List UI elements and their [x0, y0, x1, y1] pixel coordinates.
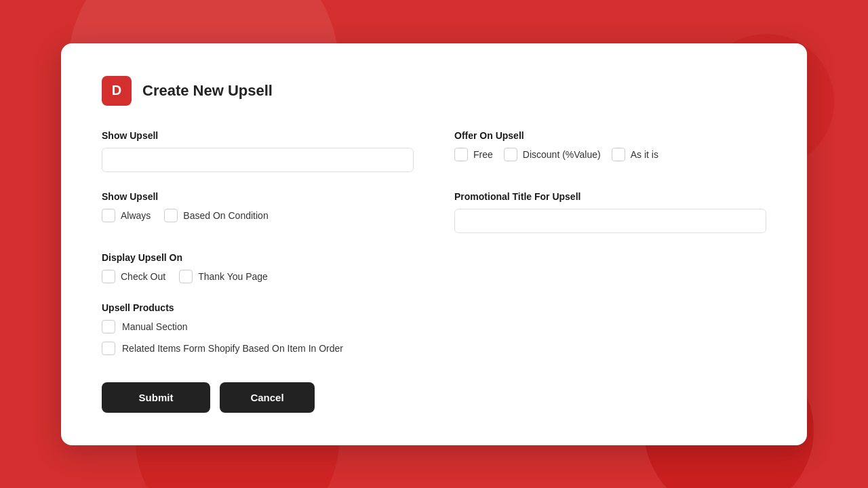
offer-on-upsell-group: Offer On Upsell Free Discount (%Value) A… — [454, 130, 766, 172]
display-thank-you-label: Thank You Page — [198, 271, 268, 282]
upsell-related-option[interactable]: Related Items Form Shopify Based On Item… — [102, 342, 414, 355]
offer-radio-group: Free Discount (%Value) As it is — [454, 148, 766, 161]
display-check-out-checkbox[interactable] — [102, 270, 115, 283]
page-title: Create New Upsell — [142, 82, 273, 100]
logo-letter: D — [112, 83, 121, 98]
promotional-title-group: Promotional Title For Upsell — [454, 191, 766, 233]
show-upsell-condition-checkbox[interactable] — [164, 209, 178, 222]
offer-as-it-is-option[interactable]: As it is — [612, 148, 658, 161]
display-right-spacer — [454, 252, 766, 283]
promotional-title-label: Promotional Title For Upsell — [454, 191, 766, 202]
offer-discount-option[interactable]: Discount (%Value) — [504, 148, 601, 161]
upsell-manual-checkbox[interactable] — [102, 320, 115, 333]
offer-free-label: Free — [473, 149, 493, 160]
display-check-out-label: Check Out — [121, 271, 165, 282]
modal-container: D Create New Upsell Show Upsell Offer On… — [61, 43, 807, 445]
show-upsell-condition-option[interactable]: Based On Condition — [164, 209, 268, 222]
show-upsell-input-label: Show Upsell — [102, 130, 414, 141]
upsell-products-group: Upsell Products Manual Section Related I… — [102, 302, 414, 355]
offer-discount-checkbox[interactable] — [504, 148, 517, 161]
offer-free-option[interactable]: Free — [454, 148, 493, 161]
show-upsell-always-option[interactable]: Always — [102, 209, 151, 222]
show-upsell-radio-group: Always Based On Condition — [102, 209, 414, 222]
offer-discount-label: Discount (%Value) — [523, 149, 601, 160]
show-upsell-options-label: Show Upsell — [102, 191, 414, 202]
show-upsell-condition-label: Based On Condition — [183, 210, 268, 221]
upsell-products-label: Upsell Products — [102, 302, 414, 313]
products-right-spacer — [454, 302, 766, 355]
offer-as-it-is-checkbox[interactable] — [612, 148, 625, 161]
upsell-manual-option[interactable]: Manual Section — [102, 320, 414, 333]
offer-free-checkbox[interactable] — [454, 148, 468, 161]
app-logo: D — [102, 76, 132, 106]
display-upsell-on-group: Display Upsell On Check Out Thank You Pa… — [102, 252, 414, 283]
show-upsell-always-checkbox[interactable] — [102, 209, 115, 222]
show-upsell-options-group: Show Upsell Always Based On Condition — [102, 191, 414, 233]
upsell-related-label: Related Items Form Shopify Based On Item… — [122, 343, 343, 354]
display-upsell-on-label: Display Upsell On — [102, 252, 414, 263]
show-upsell-input[interactable] — [102, 148, 414, 172]
show-upsell-always-label: Always — [121, 210, 151, 221]
display-thank-you-checkbox[interactable] — [179, 270, 193, 283]
display-thank-you-option[interactable]: Thank You Page — [179, 270, 268, 283]
upsell-related-checkbox[interactable] — [102, 342, 115, 355]
upsell-products-checkbox-group: Manual Section Related Items Form Shopif… — [102, 320, 414, 355]
button-row: Submit Cancel — [102, 382, 766, 413]
display-check-out-option[interactable]: Check Out — [102, 270, 165, 283]
modal-header: D Create New Upsell — [102, 76, 766, 106]
offer-as-it-is-label: As it is — [631, 149, 658, 160]
display-radio-group: Check Out Thank You Page — [102, 270, 414, 283]
show-upsell-input-group: Show Upsell — [102, 130, 414, 172]
upsell-manual-label: Manual Section — [122, 321, 188, 332]
cancel-button[interactable]: Cancel — [220, 382, 315, 413]
offer-on-upsell-label: Offer On Upsell — [454, 130, 766, 141]
submit-button[interactable]: Submit — [102, 382, 210, 413]
form-grid: Show Upsell Offer On Upsell Free Discoun… — [102, 130, 766, 355]
promotional-title-input[interactable] — [454, 209, 766, 233]
